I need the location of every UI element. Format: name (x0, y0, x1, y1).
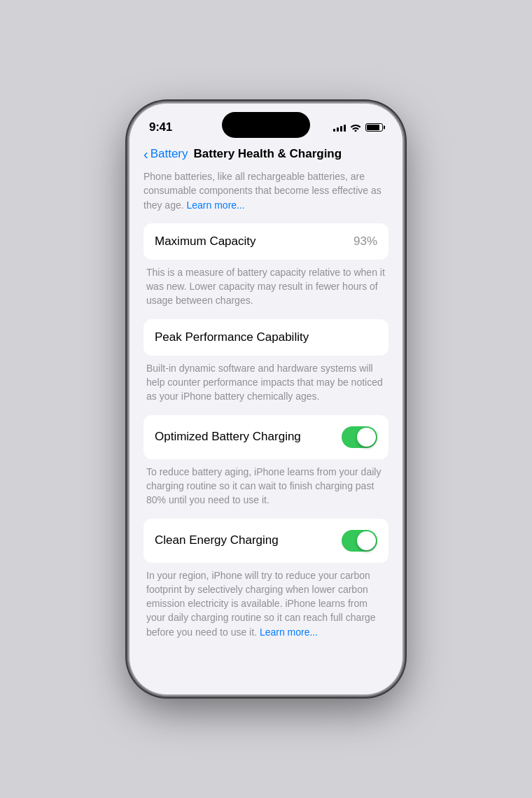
peak-performance-label: Peak Performance Capability (155, 330, 309, 344)
peak-performance-card: Peak Performance Capability (144, 319, 388, 356)
back-label: Battery (150, 147, 188, 161)
optimized-charging-toggle[interactable] (342, 426, 377, 448)
peak-performance-note: Built-in dynamic software and hardware s… (144, 361, 388, 404)
dynamic-island (222, 112, 310, 138)
content-area[interactable]: Phone batteries, like all rechargeable b… (130, 169, 402, 694)
wifi-icon (350, 123, 361, 132)
battery-icon (365, 123, 383, 132)
clean-energy-card: Clean Energy Charging (144, 519, 388, 563)
nav-bar: ‹ Battery Battery Health & Charging (130, 141, 402, 169)
phone-frame: 9:41 ‹ Battery (130, 104, 402, 694)
status-icons (333, 123, 383, 132)
toggle-knob (357, 428, 376, 447)
page-title: Battery Health & Charging (194, 147, 342, 161)
status-time: 9:41 (149, 120, 172, 134)
maximum-capacity-label: Maximum Capacity (155, 234, 256, 248)
clean-energy-toggle[interactable] (342, 530, 377, 552)
back-button[interactable]: ‹ Battery (144, 147, 188, 161)
maximum-capacity-value: 93% (354, 234, 377, 248)
back-chevron-icon: ‹ (144, 147, 148, 161)
intro-learn-more-link[interactable]: Learn more... (187, 200, 245, 211)
toggle-knob-2 (357, 531, 376, 550)
clean-energy-learn-more-link[interactable]: Learn more... (260, 626, 318, 638)
maximum-capacity-note: This is a measure of battery capacity re… (144, 265, 388, 308)
status-bar: 9:41 (130, 104, 402, 141)
signal-icon (333, 123, 346, 132)
optimized-charging-label: Optimized Battery Charging (155, 430, 301, 444)
intro-description: Phone batteries, like all rechargeable b… (144, 169, 388, 212)
maximum-capacity-card: Maximum Capacity 93% (144, 223, 388, 260)
optimized-charging-card: Optimized Battery Charging (144, 415, 388, 459)
clean-energy-label: Clean Energy Charging (155, 533, 279, 547)
optimized-charging-note: To reduce battery aging, iPhone learns f… (144, 465, 388, 507)
clean-energy-note: In your region, iPhone will try to reduc… (144, 568, 388, 639)
screen: 9:41 ‹ Battery (130, 104, 402, 694)
